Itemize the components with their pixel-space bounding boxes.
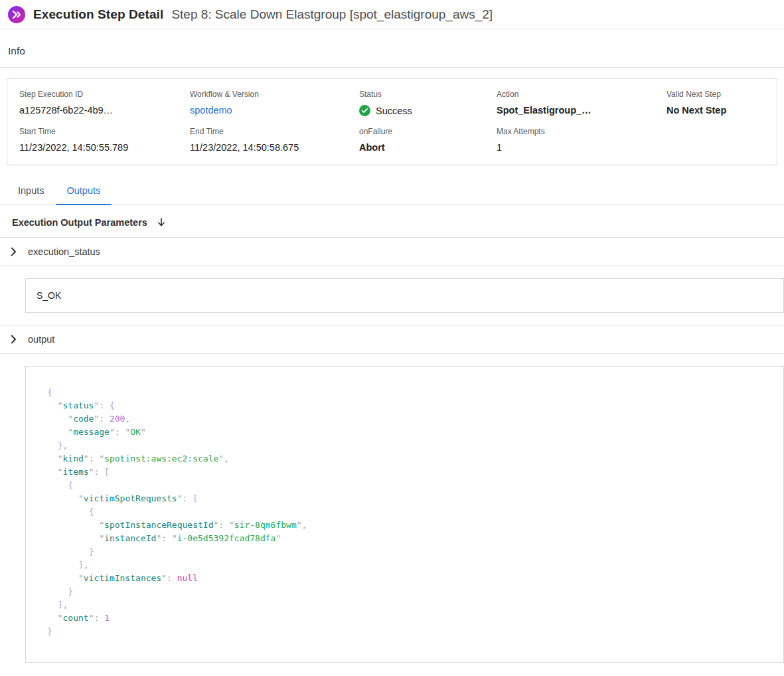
topbar: Execution Step Detail Step 8: Scale Down… <box>0 0 784 29</box>
workflow-link[interactable]: spotdemo <box>190 105 354 116</box>
tabs-bar: Inputs Outputs <box>0 177 784 205</box>
output-params-heading: Execution Output Parameters <box>0 205 784 237</box>
success-check-icon <box>359 105 370 116</box>
tab-inputs[interactable]: Inputs <box>7 177 56 205</box>
field-value: a125728f-6b22-4b9… <box>19 105 185 116</box>
field-label: onFailure <box>359 127 491 136</box>
chevron-right-icon <box>11 247 17 256</box>
status-text: Success <box>376 106 412 116</box>
execution-step-detail-page: Execution Step Detail Step 8: Scale Down… <box>0 0 784 663</box>
arrow-down-icon[interactable] <box>157 217 166 228</box>
field-label: Action <box>497 90 661 99</box>
field-action: Action Spot_Elastigroup_… <box>497 83 666 120</box>
param-name: output <box>28 334 54 345</box>
field-label: Status <box>359 90 491 99</box>
field-label: End Time <box>190 127 354 136</box>
chevron-right-icon <box>11 335 17 344</box>
field-value: No Next Step <box>666 105 759 116</box>
field-value: Spot_Elastigroup_… <box>497 105 661 116</box>
field-label: Step Execution ID <box>19 90 185 99</box>
field-label: Max Attempts <box>497 127 661 136</box>
field-label: Workflow & Version <box>190 90 354 99</box>
field-end-time: End Time 11/23/2022, 14:50:58.675 <box>190 120 359 157</box>
param-section-execution-status: execution_status S_OK <box>0 237 784 313</box>
field-value: Abort <box>359 142 491 153</box>
param-header-output[interactable]: output <box>0 325 784 354</box>
field-label: Valid Next Step <box>666 90 759 99</box>
param-section-output: output { "status": { "code": 200, "messa… <box>0 325 784 663</box>
field-label: Start Time <box>19 127 185 136</box>
param-header-execution-status[interactable]: execution_status <box>0 237 784 266</box>
field-value: 11/23/2022, 14:50:55.789 <box>19 142 185 153</box>
field-valid-next-step: Valid Next Step No Next Step <box>666 83 765 120</box>
brand-logo-icon <box>8 6 25 23</box>
field-max-attempts: Max Attempts 1 <box>497 120 666 157</box>
field-step-execution-id: Step Execution ID a125728f-6b22-4b9… <box>19 83 190 120</box>
page-subtitle: Step 8: Scale Down Elastgroup [spot_elas… <box>171 7 493 22</box>
info-card: Step Execution ID a125728f-6b22-4b9… Wor… <box>7 78 777 165</box>
status-badge: Success <box>359 105 491 116</box>
param-name: execution_status <box>28 246 100 257</box>
execution-status-value: S_OK <box>25 278 784 313</box>
tab-outputs[interactable]: Outputs <box>56 177 112 205</box>
output-json-code: { "status": { "code": 200, "message": "O… <box>25 366 784 663</box>
field-onfailure: onFailure Abort <box>359 120 497 157</box>
output-params-title: Execution Output Parameters <box>12 217 147 228</box>
field-status: Status Success <box>359 83 497 120</box>
field-workflow-version: Workflow & Version spotdemo <box>190 83 359 120</box>
field-value: 11/23/2022, 14:50:58.675 <box>190 142 354 153</box>
field-start-time: Start Time 11/23/2022, 14:50:55.789 <box>19 120 190 157</box>
page-title: Execution Step Detail <box>33 7 163 22</box>
field-value: 1 <box>497 142 661 153</box>
info-section-heading: Info <box>0 29 784 68</box>
